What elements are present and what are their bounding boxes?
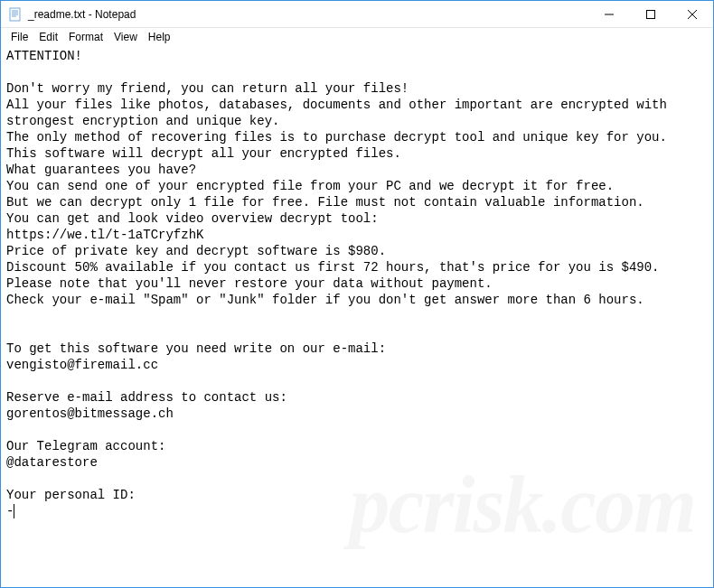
titlebar[interactable]: _readme.txt - Notepad [1, 1, 713, 28]
menu-edit[interactable]: Edit [34, 30, 62, 44]
menu-view[interactable]: View [109, 30, 142, 44]
notepad-window: _readme.txt - Notepad File Edit Format V… [0, 0, 714, 588]
svg-rect-6 [647, 10, 655, 18]
menubar: File Edit Format View Help [1, 28, 713, 46]
text-editor[interactable]: ATTENTION! Don't worry my friend, you ca… [1, 46, 713, 587]
menu-file[interactable]: File [6, 30, 33, 44]
maximize-button[interactable] [630, 1, 672, 27]
notepad-icon [8, 7, 23, 22]
document-text: ATTENTION! Don't worry my friend, you ca… [6, 49, 674, 518]
minimize-button[interactable] [588, 1, 630, 27]
window-title: _readme.txt - Notepad [28, 8, 588, 21]
window-controls [588, 1, 713, 27]
close-button[interactable] [672, 1, 713, 27]
text-caret [14, 504, 14, 518]
menu-format[interactable]: Format [64, 30, 108, 44]
menu-help[interactable]: Help [144, 30, 175, 44]
